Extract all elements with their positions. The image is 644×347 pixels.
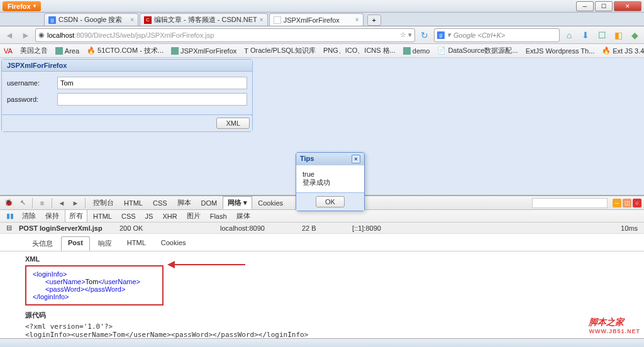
request-time: 10ms [621,224,638,232]
dialog-title: Tips [300,155,314,163]
fb-sub-html[interactable]: HTML [89,211,116,221]
net-request-row[interactable]: ⊟ POST loginServerXml.jsp 200 OK localho… [0,223,644,234]
window-titlebar: Firefox ─ ☐ ✕ [0,0,644,13]
browser-tab[interactable]: gCSDN - Google 搜索× [44,13,138,26]
fb-sub-img[interactable]: 图片 [183,210,204,222]
toggle-icon[interactable]: ⊟ [6,224,19,232]
tab-close-icon[interactable]: × [130,16,134,23]
request-status: 200 OK [119,224,220,232]
firebug-search-input[interactable] [532,198,608,208]
bookmark-item[interactable]: Area [55,47,79,55]
fb-tab-css[interactable]: CSS [148,198,172,208]
fb-tab-script[interactable]: 脚本 [173,197,196,209]
fb-minimize-icon[interactable]: ─ [613,199,621,207]
browser-tab[interactable]: C编辑文章 - 博客频道 - CSDN.NET× [140,13,268,26]
xml-section-label: XML [25,255,619,263]
username-input[interactable] [57,77,247,89]
reload-button[interactable]: ↻ [418,28,431,42]
fb-sub-persist[interactable]: 保持 [42,210,63,222]
page-content: JSPXmlForFirefox username: password: XML… [0,58,644,195]
home-button[interactable]: ⌂ [562,28,576,42]
detail-tab-html[interactable]: HTML [120,236,153,251]
source-label: 源代码 [25,311,619,320]
fwd-icon[interactable]: ► [69,197,82,209]
bookmark-item[interactable]: T Oracle/PLSQL知识库 [244,46,316,55]
xml-content: <loginInfo> <userName>Tom</userName> <pa… [25,265,164,306]
tab-close-icon[interactable]: × [355,16,359,23]
maximize-button[interactable]: ☐ [595,1,613,11]
bookmark-item[interactable]: 美国之音 [20,46,48,55]
bookmark-item[interactable]: JSPXmlForFirefox [171,47,236,55]
downloads-button[interactable]: ⬇ [579,28,592,42]
firebug-panel: 🐞 ↖ ≡ ◄ ► 控制台 HTML CSS 脚本 DOM 网络 ▾ Cooki… [0,195,644,347]
request-url: POST loginServerXml.jsp [19,224,119,232]
xml-button[interactable]: XML [216,118,250,129]
password-input[interactable] [57,93,247,106]
fb-tab-cookies[interactable]: Cookies [253,198,287,208]
username-label: username: [7,79,57,87]
pause-icon[interactable]: ▮▮ [4,211,16,222]
password-label: password: [7,96,57,103]
net-detail-body: XML <loginInfo> <userName>Tom</userName>… [0,251,644,343]
fb-sub-all[interactable]: 所有 [65,209,87,223]
tab-title: CSDN - Google 搜索 [58,15,122,25]
request-ip: [::1]:8090 [352,224,402,232]
browser-navbar: ◄ ► ◉ localhost:8090/DirectJS/web/jsp/JS… [0,26,644,44]
dialog-line1: true [303,170,358,178]
new-tab-button[interactable]: + [367,14,381,26]
fb-popout-icon[interactable]: ◫ [623,199,631,207]
dialog-ok-button[interactable]: OK [316,196,345,207]
back-button[interactable]: ◄ [3,28,16,42]
fb-sub-clear[interactable]: 清除 [18,210,40,222]
browser-tab-active[interactable]: JSPXmlForFirefox× [269,13,364,26]
evernote-button[interactable]: ◆ [628,28,641,42]
search-input[interactable]: g▾ Google <Ctrl+K> [434,28,560,42]
detail-tab-cookies[interactable]: Cookies [154,236,193,251]
close-button[interactable]: ✕ [614,1,641,11]
source-line: <?xml version='1.0'?> [25,322,619,331]
dialog-close-icon[interactable]: × [352,155,360,163]
fb-sub-css[interactable]: CSS [118,211,140,221]
search-placeholder: Google <Ctrl+K> [453,31,505,39]
bookmark-item[interactable]: PNG、ICO、ICNS 格... [323,46,396,55]
fb-sub-js[interactable]: JS [142,211,157,221]
fb-tab-dom[interactable]: DOM [197,198,222,208]
bookmark-item[interactable]: 🔥51CTO.COM - 技术... [87,46,164,55]
net-detail-tabs: 头信息 Post 响应 HTML Cookies [0,234,644,251]
url-path: :8090/DirectJS/web/jsp/JSPXmlForFirefox.… [74,31,214,39]
detail-tab-response[interactable]: 响应 [91,236,119,251]
windows-taskbar[interactable] [0,338,644,347]
fb-close-icon[interactable]: ○ [633,199,641,207]
bookmark-item[interactable]: 📄DataSource数据源配... [437,46,518,55]
detail-tab-headers[interactable]: 头信息 [25,236,60,251]
tab-title: JSPXmlForFirefox [284,16,340,24]
firebug-icon[interactable]: 🐞 [3,197,15,209]
bookmark-item[interactable]: 🔥Ext JS 3.4 API Docu... [602,47,644,55]
request-host: localhost:8090 [220,224,302,232]
bookmark-item[interactable]: ExtJS Wordpress Th... [526,47,595,55]
watermark: 脚本之家WWW.JB51.NET [589,317,640,334]
tab-close-icon[interactable]: × [260,16,264,23]
fb-sub-xhr[interactable]: XHR [158,211,180,221]
lines-icon[interactable]: ≡ [36,197,48,209]
firefox-menu-button[interactable]: Firefox [3,1,41,11]
annotation-arrow [170,264,245,265]
fb-sub-flash[interactable]: Flash [206,211,231,221]
bookmarks-toolbar: VA 美国之音 Area 🔥51CTO.COM - 技术... JSPXmlFo… [0,44,644,58]
tab-title: 编辑文章 - 博客频道 - CSDN.NET [154,15,257,25]
feed-button[interactable]: ◧ [611,28,625,42]
fb-tab-net[interactable]: 网络 ▾ [223,196,252,209]
form-panel: JSPXmlForFirefox username: password: XML [1,59,253,132]
panel-title: JSPXmlForFirefox [2,60,252,72]
fb-sub-media[interactable]: 媒体 [233,210,254,222]
inspect-icon[interactable]: ↖ [16,197,29,209]
fb-tab-console[interactable]: 控制台 [89,197,118,209]
bookmark-item[interactable]: demo [403,47,430,55]
minimize-button[interactable]: ─ [576,1,594,11]
bookmark-button[interactable]: ☐ [595,28,609,42]
fb-tab-html[interactable]: HTML [119,198,147,208]
url-input[interactable]: ◉ localhost:8090/DirectJS/web/jsp/JSPXml… [35,28,415,42]
forward-button[interactable]: ► [19,28,33,42]
detail-tab-post[interactable]: Post [61,236,90,251]
back-icon[interactable]: ◄ [55,197,68,209]
